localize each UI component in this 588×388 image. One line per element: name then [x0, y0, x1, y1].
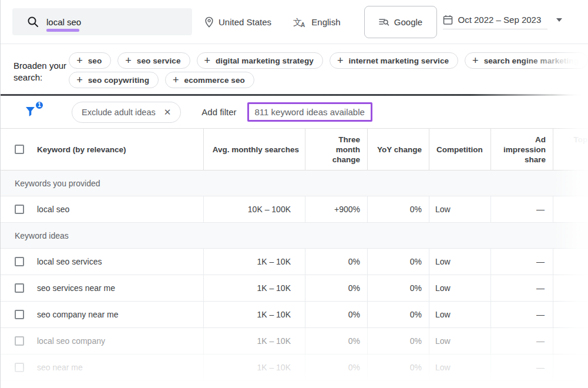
search-network-selector[interactable]: Google [364, 6, 437, 38]
annotation-underline [46, 29, 79, 32]
three-month-change-cell: 0% [305, 354, 368, 380]
row-checkbox[interactable] [15, 363, 24, 372]
table-section-label: Keyword ideas [1, 223, 588, 249]
top-of-page-bid-cell [553, 275, 588, 301]
table-row[interactable]: local seo company1K – 10K0%0%Low— [1, 328, 588, 354]
broaden-chip-rows: +seo+seo service+digital marketing strat… [69, 52, 588, 94]
date-range-picker[interactable]: Oct 2022 – Sep 2023 [443, 15, 563, 29]
col-avg-monthly-searches[interactable]: Avg. monthly searches [204, 129, 305, 170]
competition-cell: Low [429, 249, 491, 275]
col-competition[interactable]: Competition [429, 129, 491, 170]
avg-monthly-searches-cell: 1K – 10K [204, 354, 305, 380]
broaden-chip[interactable]: +seo service [117, 52, 190, 69]
keyword-cell: local seo company [37, 336, 105, 346]
broaden-search-section: Broaden your search: +seo+seo service+di… [1, 44, 588, 94]
three-month-change-cell: +900% [305, 196, 368, 222]
table-row[interactable]: local seo services1K – 10K0%0%Low— [1, 249, 588, 275]
ad-impression-share-cell: — [491, 196, 553, 222]
table-body: Keywords you providedlocal seo10K – 100K… [1, 170, 588, 381]
broaden-chip[interactable]: +digital marketing strategy [197, 52, 323, 69]
yoy-change-cell: 0% [368, 354, 429, 380]
plus-icon: + [76, 55, 83, 66]
row-checkbox[interactable] [15, 283, 24, 293]
remove-filter-icon[interactable]: ✕ [164, 107, 172, 118]
col-ad-impression-share[interactable]: Ad impression share [491, 129, 553, 170]
search-icon [27, 16, 39, 28]
date-range-label: Oct 2022 – Sep 2023 [458, 15, 542, 25]
top-of-page-bid-cell [553, 354, 588, 380]
col-three-month-change[interactable]: Three month change [305, 129, 368, 170]
col-yoy-change[interactable]: YoY change [368, 129, 429, 170]
broaden-search-label: Broaden your search: [14, 52, 69, 94]
table-row[interactable]: local seo10K – 100K+900%0%Low— [1, 196, 588, 223]
translate-icon: 文A [293, 18, 306, 26]
yoy-change-cell: 0% [368, 249, 429, 275]
keyword-ideas-count: 811 keyword ideas available [247, 102, 372, 122]
row-checkbox[interactable] [15, 310, 24, 319]
plus-icon: + [173, 75, 179, 85]
chip-fade-overlay [520, 53, 587, 68]
col-keyword[interactable]: Keyword (by relevance) [37, 145, 126, 155]
active-filter-chip[interactable]: Exclude adult ideas ✕ [72, 102, 181, 123]
broaden-chip[interactable]: +seo copywriting [69, 72, 159, 88]
broaden-chip[interactable]: +internet marketing service [330, 52, 458, 69]
ad-impression-share-cell: — [491, 275, 553, 301]
broaden-chip-row-1: +seo+seo service+digital marketing strat… [69, 52, 588, 69]
row-checkbox[interactable] [15, 257, 24, 266]
location-pin-icon [204, 16, 214, 28]
yoy-change-cell: 0% [368, 302, 429, 327]
ad-impression-share-cell: — [491, 328, 553, 354]
col-top-of-page-bid[interactable]: Top of page bid (low range) [553, 129, 588, 170]
competition-cell: Low [429, 302, 491, 327]
keyword-cell: local seo services [37, 257, 102, 266]
three-month-change-cell: 0% [305, 249, 368, 275]
search-input[interactable] [46, 17, 164, 27]
broaden-chip[interactable]: +ecommerce seo [165, 72, 254, 88]
chevron-down-icon [556, 18, 562, 22]
network-label: Google [394, 17, 422, 27]
select-all-checkbox[interactable] [15, 145, 24, 154]
broaden-chip-row-2: +seo copywriting+ecommerce seo [69, 72, 588, 88]
yoy-change-cell: 0% [368, 196, 429, 222]
table-section-label: Keywords you provided [1, 170, 588, 196]
competition-cell: Low [429, 354, 491, 380]
table-row[interactable]: seo services near me1K – 10K0%0%Low— [1, 275, 588, 302]
keyword-search-box[interactable] [12, 8, 192, 35]
three-month-change-cell: 0% [305, 302, 368, 327]
filter-bar: 1 Exclude adult ideas ✕ Add filter 811 k… [1, 96, 588, 128]
calendar-icon [443, 15, 453, 25]
table-row[interactable]: seo near me1K – 10K0%0%Low— [1, 354, 588, 381]
keyword-cell: seo company near me [37, 310, 119, 319]
location-label: United States [219, 17, 271, 27]
ad-impression-share-cell: — [491, 302, 553, 327]
competition-cell: Low [429, 275, 491, 301]
broaden-chip[interactable]: +seo [69, 52, 111, 69]
avg-monthly-searches-cell: 10K – 100K [204, 196, 305, 222]
competition-cell: Low [429, 196, 491, 222]
location-selector[interactable]: United States [204, 16, 271, 28]
table-header-row: Keyword (by relevance) Avg. monthly sear… [1, 128, 588, 170]
language-label: English [311, 17, 340, 27]
keyword-cell: seo services near me [37, 283, 115, 293]
row-checkbox[interactable] [15, 336, 24, 346]
top-of-page-bid-cell [553, 328, 588, 354]
ad-impression-share-cell: — [491, 249, 553, 275]
row-checkbox[interactable] [15, 205, 24, 214]
filter-button[interactable]: 1 [24, 105, 39, 120]
table-row[interactable]: seo company near me1K – 10K0%0%Low— [1, 302, 588, 328]
language-selector[interactable]: 文A English [293, 17, 340, 27]
three-month-change-cell: 0% [305, 275, 368, 301]
three-month-change-cell: 0% [305, 328, 368, 354]
keyword-table: Keyword (by relevance) Avg. monthly sear… [1, 128, 588, 381]
plus-icon: + [204, 55, 211, 66]
avg-monthly-searches-cell: 1K – 10K [204, 302, 305, 327]
yoy-change-cell: 0% [368, 328, 429, 354]
date-picker-underline [443, 29, 547, 29]
broaden-chip[interactable]: +search engine marketing [465, 52, 588, 69]
add-filter-button[interactable]: Add filter [201, 107, 236, 117]
plus-icon: + [337, 55, 344, 66]
top-of-page-bid-cell [553, 302, 588, 327]
plus-icon: + [472, 55, 479, 66]
keyword-planner-page: United States 文A English Google [0, 0, 588, 388]
avg-monthly-searches-cell: 1K – 10K [204, 328, 305, 354]
